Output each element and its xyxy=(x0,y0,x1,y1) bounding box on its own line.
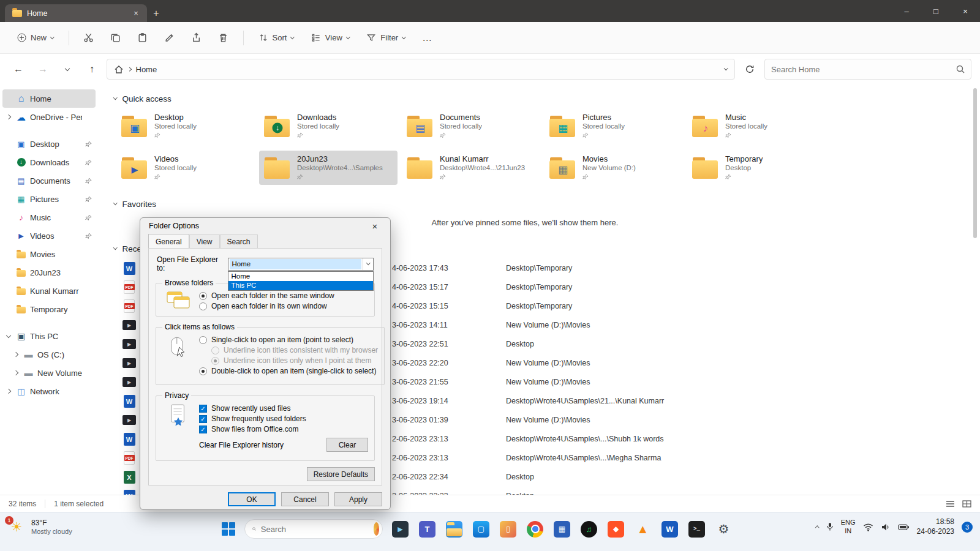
hidden-icons-chevron[interactable] xyxy=(815,526,819,530)
quick-access-tile[interactable]: Downloads Stored locally xyxy=(259,109,398,143)
explorer-tab[interactable]: Home × xyxy=(5,4,147,22)
sidebar-item[interactable]: OS (C:) xyxy=(2,345,96,364)
open-to-combobox[interactable]: Home xyxy=(228,258,374,271)
taskbar-search-input[interactable] xyxy=(261,525,369,534)
expand-chevron-icon[interactable] xyxy=(12,351,20,358)
new-button[interactable]: New xyxy=(11,29,60,47)
share-button[interactable] xyxy=(186,28,208,48)
sidebar-item[interactable]: This PC xyxy=(2,327,96,345)
collapse-chevron-icon[interactable] xyxy=(113,96,117,99)
dialog-close-button[interactable]: × xyxy=(362,218,388,234)
checkbox-option[interactable]: Show recently used files xyxy=(199,404,368,413)
language-indicator[interactable]: ENG IN xyxy=(841,519,856,534)
taskbar-app-icon[interactable] xyxy=(392,521,409,538)
vertical-scrollbar[interactable] xyxy=(971,87,979,492)
ok-button[interactable]: OK xyxy=(228,492,276,506)
copy-button[interactable] xyxy=(105,28,127,48)
cut-button[interactable] xyxy=(78,28,100,48)
search-highlights-icon[interactable] xyxy=(374,522,379,536)
expand-chevron-icon[interactable] xyxy=(5,177,12,184)
expand-chevron-icon[interactable] xyxy=(5,287,12,294)
sidebar-item[interactable]: Movies xyxy=(2,245,96,263)
sidebar-item[interactable]: Kunal Kumarr xyxy=(2,282,96,300)
taskbar-app-icon[interactable] xyxy=(688,521,705,538)
breadcrumb[interactable]: Home xyxy=(136,65,157,74)
delete-button[interactable] xyxy=(213,28,235,48)
weather-widget[interactable]: 1 83°F Mostly cloudy xyxy=(7,518,72,536)
expand-chevron-icon[interactable] xyxy=(12,369,20,377)
dropdown-option[interactable]: This PC xyxy=(228,281,373,290)
dialog-tab[interactable]: General xyxy=(148,234,189,248)
quick-access-tile[interactable]: Kunal Kumarr Desktop\Wrote4...\21Jun23 xyxy=(402,151,540,185)
sidebar-item[interactable]: Pictures xyxy=(2,190,96,208)
sidebar-item[interactable]: New Volume (D:) xyxy=(2,364,96,382)
volume-icon[interactable] xyxy=(881,523,891,531)
expand-chevron-icon[interactable] xyxy=(5,232,12,239)
minimize-button[interactable]: – xyxy=(892,0,921,22)
favorites-header[interactable]: Favorites xyxy=(114,198,980,209)
paste-button[interactable] xyxy=(132,28,154,48)
forward-button[interactable]: → xyxy=(33,59,53,79)
maximize-button[interactable]: □ xyxy=(921,0,951,22)
expand-chevron-icon[interactable] xyxy=(5,305,12,313)
tab-close-icon[interactable]: × xyxy=(130,7,142,20)
quick-access-tile[interactable]: Desktop Stored locally xyxy=(116,109,255,143)
sidebar-item[interactable]: Temporary xyxy=(2,300,96,318)
radio-option[interactable]: Underline icon titles only when I point … xyxy=(211,356,378,365)
dialog-tab[interactable]: Search xyxy=(220,234,258,249)
address-box[interactable]: Home xyxy=(107,59,735,80)
dropdown-option[interactable]: Home xyxy=(228,272,373,281)
sidebar-item[interactable]: Home xyxy=(2,89,96,108)
radio-option[interactable]: Double-click to open an item (single-cli… xyxy=(199,367,378,375)
recent-locations-button[interactable] xyxy=(58,59,77,79)
checkbox-option[interactable]: Show files from Office.com xyxy=(199,425,368,433)
dialog-tab[interactable]: View xyxy=(189,234,220,249)
search-input[interactable] xyxy=(771,65,951,74)
wifi-icon[interactable] xyxy=(863,523,873,531)
view-button[interactable]: View xyxy=(305,29,355,47)
expand-chevron-icon[interactable] xyxy=(5,113,12,121)
quick-access-tile[interactable]: Temporary Desktop xyxy=(687,151,826,185)
expand-chevron-icon[interactable] xyxy=(5,332,12,340)
search-box[interactable] xyxy=(764,59,971,80)
refresh-button[interactable] xyxy=(740,59,760,79)
taskbar-app-icon[interactable] xyxy=(608,521,624,538)
radio-option[interactable]: Open each folder in its own window xyxy=(199,302,368,310)
expand-chevron-icon[interactable] xyxy=(5,269,12,276)
expand-chevron-icon[interactable] xyxy=(5,140,12,148)
combobox-arrow[interactable] xyxy=(363,258,373,270)
collapse-chevron-icon[interactable] xyxy=(113,201,117,204)
sidebar-item[interactable]: Network xyxy=(2,382,96,400)
expand-chevron-icon[interactable] xyxy=(5,95,12,102)
start-button[interactable] xyxy=(222,522,235,536)
taskbar-app-icon[interactable] xyxy=(662,521,678,538)
taskbar-app-icon[interactable] xyxy=(581,521,597,538)
sidebar-item[interactable]: Documents xyxy=(2,171,96,190)
quick-access-header[interactable]: Quick access xyxy=(114,93,980,104)
sidebar-item[interactable]: OneDrive - Persona xyxy=(2,108,96,126)
microphone-icon[interactable] xyxy=(826,522,834,531)
more-options-button[interactable]: … xyxy=(417,28,439,48)
taskbar-app-icon[interactable] xyxy=(446,521,462,538)
quick-access-tile[interactable]: Pictures Stored locally xyxy=(545,109,683,143)
checkbox-option[interactable]: Show frequently used folders xyxy=(199,414,368,423)
taskbar-search[interactable] xyxy=(244,519,383,539)
apply-button[interactable]: Apply xyxy=(334,492,382,506)
expand-chevron-icon[interactable] xyxy=(5,159,12,166)
up-button[interactable]: ↑ xyxy=(82,59,102,79)
taskbar-clock[interactable]: 18:58 24-06-2023 xyxy=(917,517,954,536)
radio-option[interactable]: Underline icon titles consistent with my… xyxy=(211,346,378,354)
sidebar-item[interactable]: 20Jun23 xyxy=(2,263,96,282)
quick-access-tile[interactable]: Documents Stored locally xyxy=(402,109,540,143)
restore-defaults-button[interactable]: Restore Defaults xyxy=(307,467,375,481)
close-button[interactable]: × xyxy=(951,0,980,22)
sort-button[interactable]: Sort xyxy=(252,29,300,47)
expand-chevron-icon[interactable] xyxy=(5,214,12,221)
taskbar-app-icon[interactable] xyxy=(715,521,732,538)
cancel-button[interactable]: Cancel xyxy=(281,492,329,506)
expand-chevron-icon[interactable] xyxy=(5,388,12,395)
taskbar-app-icon[interactable] xyxy=(554,521,570,538)
notification-count-badge[interactable]: 3 xyxy=(962,522,973,533)
sidebar-item[interactable]: Videos xyxy=(2,227,96,245)
taskbar-app-icon[interactable] xyxy=(635,521,651,538)
